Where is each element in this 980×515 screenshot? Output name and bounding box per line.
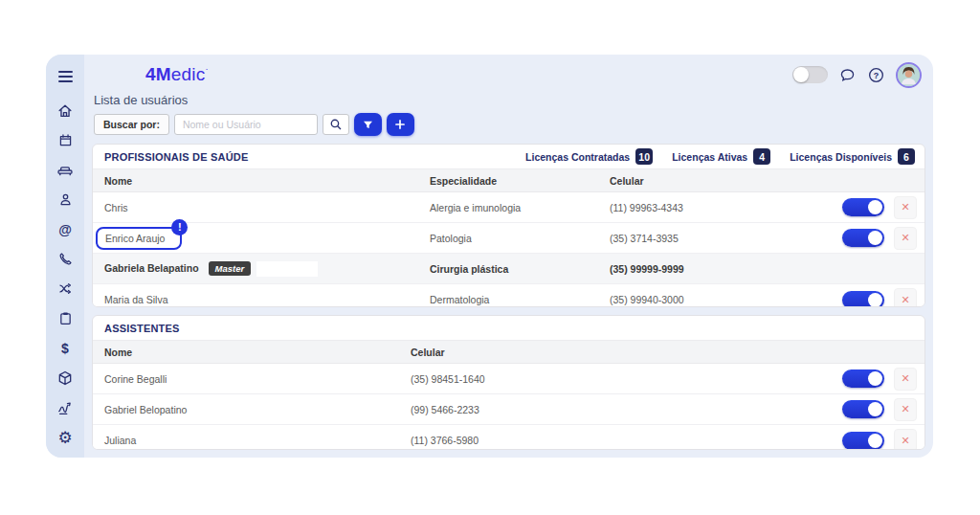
user-specialty: Cirurgia plástica: [430, 263, 610, 275]
topbar: 4Medic· ?: [90, 61, 925, 88]
app-window: @ $ ⚙ 4Medic·: [46, 55, 933, 458]
user-phone: (35) 98451-1640: [411, 373, 823, 385]
status-toggle[interactable]: [842, 432, 884, 450]
logo-bold: 4M: [145, 64, 171, 84]
column-header-phone: Celular: [610, 175, 823, 187]
table-row: Gabriel Belopatino (99) 5466-2233: [93, 394, 924, 425]
table-row: Corine Begalli (35) 98451-1640: [93, 364, 924, 394]
user-name: Juliana: [104, 435, 411, 446]
column-header-name: Nome: [104, 175, 430, 187]
user-phone: (99) 5466-2233: [411, 404, 823, 415]
professionals-table-header: Nome Especialidade Celular: [93, 169, 924, 192]
license-label: Licenças Contratadas: [525, 151, 630, 163]
user-phone: (35) 99940-3000: [610, 294, 823, 305]
status-toggle[interactable]: [842, 198, 884, 216]
user-phone: (35) 99999-9999: [610, 263, 823, 275]
user-name: Gabriel Belopatino: [104, 404, 411, 415]
assistants-table-header: Nome Celular: [93, 341, 924, 364]
main-area: 4Medic· ? L: [84, 55, 933, 458]
table-row-master: Gabriela Belapatino Master Cirurgia plás…: [93, 254, 924, 284]
license-label: Licenças Ativas: [672, 151, 747, 163]
section-title: PROFISSIONAIS DE SAÚDE: [104, 151, 248, 163]
user-specialty: Dermatologia: [430, 294, 610, 305]
package-icon[interactable]: [46, 363, 84, 392]
license-label: Licenças Disponíveis: [790, 151, 892, 163]
delete-button[interactable]: [894, 196, 917, 219]
user-name: Maria da Silva: [104, 294, 430, 305]
highlighted-user-callout: Enrico Araujo: [96, 227, 182, 250]
search-input[interactable]: [174, 114, 318, 135]
professionals-card: PROFISSIONAIS DE SAÚDE Licenças Contrata…: [92, 144, 925, 307]
dark-mode-toggle[interactable]: [792, 66, 828, 83]
user-avatar[interactable]: [896, 62, 922, 88]
alert-icon: [171, 219, 188, 235]
reports-icon[interactable]: [46, 392, 84, 422]
licenses-contracted: Licenças Contratadas 10: [525, 148, 653, 165]
clipboard-icon[interactable]: [46, 303, 84, 333]
chat-icon[interactable]: [838, 66, 857, 84]
page-title: Lista de usuários: [94, 93, 925, 107]
delete-button[interactable]: [894, 227, 917, 250]
home-icon[interactable]: [46, 96, 84, 125]
user-name: Chris: [104, 202, 430, 213]
column-header-phone: Celular: [411, 347, 823, 358]
topbar-actions: ?: [792, 62, 925, 88]
status-toggle[interactable]: [842, 291, 884, 307]
status-toggle[interactable]: [842, 400, 884, 418]
table-row: Chris Alergia e imunologia (11) 99963-43…: [93, 192, 924, 223]
user-phone: (11) 99963-4343: [610, 202, 823, 213]
search-bar: Buscar por:: [94, 113, 925, 136]
status-toggle[interactable]: [842, 369, 884, 388]
licenses-active: Licenças Ativas 4: [672, 148, 770, 165]
license-count-badge: 6: [898, 148, 915, 165]
user-name: Enrico Araujo: [105, 233, 165, 244]
referrals-icon[interactable]: [46, 274, 84, 303]
logo-rest: edic: [171, 64, 206, 84]
delete-button[interactable]: [894, 288, 917, 307]
plus-icon: [393, 118, 407, 131]
user-specialty: Alergia e imunologia: [430, 202, 610, 213]
assistants-card: ASSISTENTES Nome Celular Corine Begalli …: [92, 315, 925, 450]
section-title: ASSISTENTES: [104, 323, 180, 334]
help-icon[interactable]: ?: [867, 66, 885, 84]
calendar-icon[interactable]: [46, 125, 84, 155]
app-logo: 4Medic·: [145, 64, 209, 85]
waiting-room-icon[interactable]: [46, 155, 84, 185]
table-row: Juliana (11) 3766-5980: [93, 425, 924, 450]
search-by-label: Buscar por:: [94, 114, 169, 135]
search-button[interactable]: [323, 114, 349, 135]
menu-icon[interactable]: [58, 63, 73, 90]
settings-icon[interactable]: ⚙: [46, 422, 84, 452]
svg-text:?: ?: [874, 70, 880, 79]
license-count-badge: 10: [635, 148, 653, 165]
redaction-patch: [256, 261, 318, 277]
column-header-name: Nome: [104, 347, 411, 358]
licenses-available: Licenças Disponíveis 6: [790, 148, 915, 165]
funnel-icon: [361, 118, 375, 132]
user-name: Corine Begalli: [104, 373, 411, 385]
professionals-header: PROFISSIONAIS DE SAÚDE Licenças Contrata…: [93, 145, 924, 169]
table-row: Enrico Araujo Patologia (35) 3714-3935: [93, 223, 924, 254]
sidebar: @ $ ⚙: [46, 55, 84, 458]
status-toggle[interactable]: [842, 229, 884, 247]
table-row: Maria da Silva Dermatologia (35) 99940-3…: [93, 284, 924, 307]
billing-icon[interactable]: $: [46, 333, 84, 363]
master-badge: Master: [209, 261, 252, 276]
user-phone: (11) 3766-5980: [411, 435, 823, 446]
filter-button[interactable]: [354, 113, 382, 136]
delete-button[interactable]: [894, 398, 917, 421]
user-specialty: Patologia: [430, 233, 610, 244]
user-name: Gabriela Belapatino: [104, 262, 199, 274]
phone-icon[interactable]: [46, 244, 84, 274]
add-user-button[interactable]: [387, 113, 414, 136]
delete-button[interactable]: [894, 429, 917, 450]
delete-button[interactable]: [894, 368, 917, 391]
column-header-specialty: Especialidade: [430, 175, 610, 187]
assistants-header: ASSISTENTES: [93, 316, 924, 341]
licenses-summary: Licenças Contratadas 10 Licenças Ativas …: [525, 148, 915, 165]
user-phone: (35) 3714-3935: [610, 233, 823, 244]
at-sign-icon[interactable]: @: [46, 214, 84, 244]
user-icon[interactable]: [46, 185, 84, 214]
license-count-badge: 4: [753, 148, 770, 165]
logo-trademark-dot: ·: [205, 64, 208, 74]
